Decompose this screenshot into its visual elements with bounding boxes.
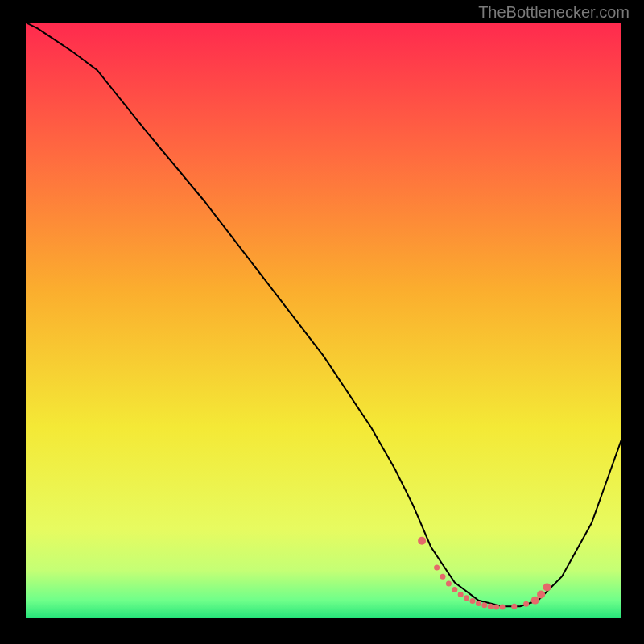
chart-area [26, 23, 621, 618]
svg-rect-0 [26, 23, 621, 618]
chart-container: TheBottlenecker.com [0, 0, 644, 644]
chart-background [26, 23, 621, 618]
watermark-text: TheBottlenecker.com [478, 3, 630, 22]
